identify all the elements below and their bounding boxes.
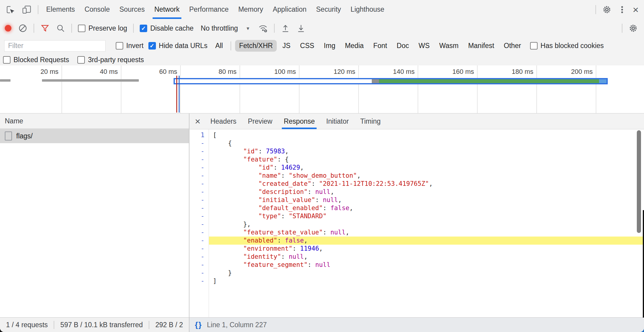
response-line: - } (189, 269, 644, 277)
tab-elements[interactable]: Elements (41, 0, 80, 19)
invert-filter-label: Invert (126, 42, 144, 50)
table-row-flags[interactable]: flags/ (0, 129, 189, 143)
third-party-requests-checkbox[interactable] (77, 56, 85, 64)
tick-label: 80 ms (219, 68, 237, 76)
line-number: - (189, 212, 209, 220)
gridline (596, 65, 596, 113)
response-line: - "feature_state_value": null, (189, 228, 644, 237)
tab-memory[interactable]: Memory (234, 0, 268, 19)
tab-performance[interactable]: Performance (184, 0, 234, 19)
response-body-viewer[interactable]: 1[- {- "id": 75983,- "feature": {- "id":… (189, 129, 644, 318)
response-line: - "environment": 11946, (189, 245, 644, 253)
line-content: "name": "show_demo_button", (209, 172, 644, 180)
import-har-icon[interactable] (278, 19, 293, 38)
status-bar: 1 / 4 requests 597 B / 10.1 kB transferr… (0, 317, 644, 332)
tab-console[interactable]: Console (80, 0, 115, 19)
throttling-caret-icon[interactable]: ▼ (246, 26, 250, 31)
close-devtools-icon[interactable]: × (630, 0, 642, 19)
blocked-requests-checkbox[interactable] (3, 56, 10, 64)
line-number: - (189, 245, 209, 253)
divider (34, 24, 34, 33)
filter-chip-all[interactable]: All (211, 40, 227, 52)
response-line: - "default_enabled": false, (189, 204, 644, 212)
name-column-header[interactable]: Name (0, 113, 189, 129)
device-toolbar-icon[interactable] (19, 0, 35, 19)
has-blocked-cookies-checkbox[interactable] (530, 42, 538, 50)
record-network-log-button[interactable] (5, 25, 11, 32)
detail-tab-response[interactable]: Response (282, 113, 317, 129)
waterfall-bar-other-request (42, 79, 139, 82)
settings-gear-icon[interactable] (599, 0, 615, 19)
invert-filter-checkbox[interactable] (116, 42, 123, 50)
response-line: - "identity": null, (189, 253, 644, 261)
filter-input[interactable] (4, 40, 106, 52)
window-edge-strip (643, 210, 644, 318)
clear-network-log-icon[interactable] (15, 19, 31, 38)
detail-tab-timing[interactable]: Timing (358, 113, 382, 129)
response-line: - "initial_value": null, (189, 196, 644, 204)
detail-tab-headers[interactable]: Headers (209, 113, 238, 129)
filter-chip-wasm[interactable]: Wasm (435, 40, 462, 52)
tick-label: 160 ms (452, 68, 474, 76)
waterfall-segment-stalled (175, 79, 372, 83)
filter-chip-media[interactable]: Media (341, 40, 368, 52)
waterfall-bar-selected-request (174, 78, 608, 84)
filter-chip-img[interactable]: Img (320, 40, 339, 52)
waterfall-bar-other-request (0, 79, 10, 82)
more-options-kebab-icon[interactable] (615, 0, 630, 19)
response-line: - "type": "STANDARD" (189, 212, 644, 220)
vertical-scrollbar[interactable] (637, 130, 641, 233)
divider (274, 24, 275, 33)
hide-data-urls-checkbox[interactable] (148, 42, 156, 50)
tab-lighthouse[interactable]: Lighthouse (346, 0, 389, 19)
tab-sources[interactable]: Sources (115, 0, 149, 19)
detail-tab-preview[interactable]: Preview (246, 113, 274, 129)
load-event-marker-line (176, 76, 177, 113)
line-content: } (209, 269, 644, 277)
gutter-separator (209, 129, 209, 318)
line-number: - (189, 139, 209, 147)
disable-cache-checkbox[interactable] (140, 25, 147, 32)
devtools-tab-bar: ElementsConsoleSourcesNetworkPerformance… (0, 0, 644, 19)
line-content: "feature_segment": null (209, 261, 644, 269)
gridline (536, 65, 537, 113)
request-name: flags/ (16, 132, 33, 140)
filter-chip-css[interactable]: CSS (296, 40, 318, 52)
filter-chip-doc[interactable]: Doc (393, 40, 413, 52)
filter-chip-js[interactable]: JS (279, 40, 294, 52)
throttling-select[interactable]: No throttling (201, 24, 238, 32)
search-icon[interactable] (53, 19, 68, 38)
close-detail-pane-icon[interactable]: × (189, 116, 205, 126)
export-har-icon[interactable] (293, 19, 309, 38)
line-number: - (189, 164, 209, 172)
line-content: "feature": { (209, 155, 644, 164)
filter-chip-other[interactable]: Other (500, 40, 525, 52)
inspect-element-icon[interactable] (2, 0, 19, 19)
line-content: "type": "STANDARD" (209, 212, 644, 220)
waterfall-segment-blocked (372, 79, 379, 83)
pretty-print-icon[interactable]: {} (195, 320, 202, 330)
network-toolbar: Preserve log Disable cache No throttling… (0, 19, 644, 38)
tab-network[interactable]: Network (150, 0, 184, 19)
filter-chip-font[interactable]: Font (369, 40, 391, 52)
filter-chip-manifest[interactable]: Manifest (464, 40, 498, 52)
filter-chip-ws[interactable]: WS (415, 40, 434, 52)
network-overview-timeline[interactable]: 20 ms40 ms60 ms80 ms100 ms120 ms140 ms16… (0, 65, 644, 113)
tab-application[interactable]: Application (268, 0, 312, 19)
preserve-log-checkbox[interactable] (78, 25, 85, 32)
tick-label: 40 ms (100, 68, 118, 76)
network-summary-bar: 1 / 4 requests 597 B / 10.1 kB transferr… (0, 318, 189, 332)
line-number: 1 (189, 131, 209, 139)
divider (38, 5, 38, 14)
line-content: { (209, 139, 644, 147)
network-settings-gear-icon[interactable] (625, 19, 641, 38)
gridline (299, 65, 300, 113)
network-conditions-icon[interactable] (255, 19, 271, 38)
filter-chip-fetch-xhr[interactable]: Fetch/XHR (235, 40, 276, 52)
response-line: 1[ (189, 131, 644, 139)
tab-security[interactable]: Security (311, 0, 346, 19)
divider (71, 24, 72, 33)
detail-tab-initiator[interactable]: Initiator (324, 113, 350, 129)
detail-tabs: HeadersPreviewResponseInitiatorTiming (205, 113, 386, 129)
filter-funnel-icon[interactable] (37, 19, 53, 38)
